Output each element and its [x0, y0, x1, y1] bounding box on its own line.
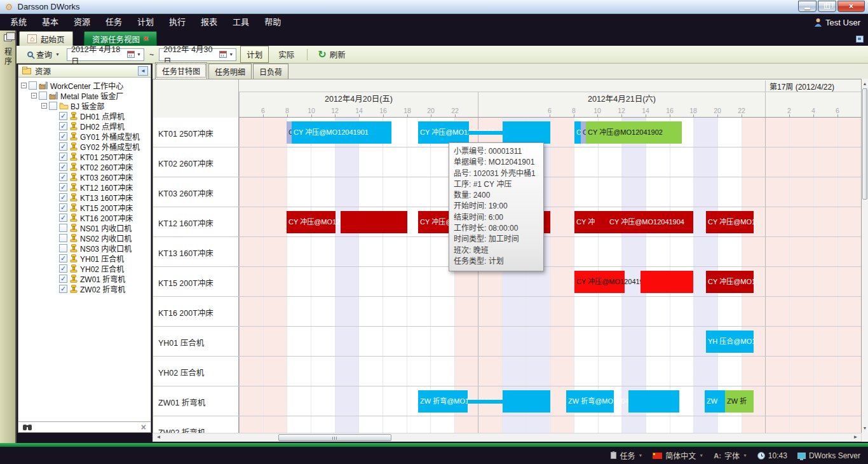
tree-item[interactable]: ✓DH02 点焊机 — [18, 121, 151, 131]
menu-item[interactable]: 基本 — [34, 14, 66, 31]
date-to-field[interactable]: 2012年 4月30日 ▼ — [159, 48, 236, 61]
tree-item[interactable]: ✓YH01 压合机 — [18, 253, 151, 263]
gantt-bar[interactable] — [503, 390, 550, 413]
collapsed-panel-strip[interactable]: 程序 — [0, 31, 17, 443]
status-item-server[interactable]: DWorks Server — [797, 451, 860, 460]
gantt-bar[interactable]: CY 冲压@MO12041904 — [287, 211, 336, 233]
find-icon[interactable] — [23, 425, 27, 430]
actual-toggle[interactable]: 实际 — [273, 46, 300, 62]
status-item-flag[interactable]: 简体中文▼ — [653, 450, 703, 461]
checkbox[interactable]: ✓ — [59, 193, 67, 201]
scroll-left-icon[interactable]: ◄ — [154, 433, 163, 441]
horizontal-scrollbar[interactable]: ◄ ► — [153, 433, 862, 442]
checkbox[interactable]: ✓ — [59, 203, 67, 212]
menu-item[interactable]: 帮助 — [257, 14, 288, 31]
gantt-bar[interactable]: CY 冲 — [574, 211, 607, 233]
close-button[interactable]: × — [837, 1, 865, 12]
tree-item[interactable]: NS01 内收口机 — [18, 222, 151, 233]
menu-item[interactable]: 执行 — [161, 14, 193, 31]
checkbox[interactable]: ✓ — [59, 183, 67, 191]
view-tab-0[interactable]: 任务甘特图 — [155, 62, 207, 79]
refresh-button[interactable]: ↻ 刷新 — [315, 46, 348, 62]
tab-home[interactable]: ⌂ 起始页 — [19, 31, 73, 46]
plan-toggle[interactable]: 计划 — [240, 46, 269, 63]
checkbox[interactable]: ✓ — [59, 132, 67, 140]
tree-item[interactable]: ✓ZW02 折弯机 — [18, 283, 151, 294]
gantt-bar[interactable]: YH 压合@MO1 — [706, 331, 754, 353]
tree-item[interactable]: −WorkCenter 工作中心 — [18, 80, 151, 90]
gantt-bar[interactable] — [468, 400, 503, 404]
gantt-bar[interactable] — [641, 271, 693, 293]
gantt-bar[interactable]: C — [287, 121, 292, 144]
gantt-bar[interactable]: C — [574, 121, 581, 144]
menu-item[interactable]: 任务 — [98, 14, 130, 31]
gantt-bar[interactable]: ZW 折弯@MO12041901 — [418, 390, 468, 413]
query-button[interactable]: 查询 ▼ — [24, 46, 63, 62]
restore-button[interactable] — [818, 1, 836, 12]
checkbox[interactable]: ✓ — [59, 112, 67, 120]
checkbox[interactable]: ✓ — [59, 254, 67, 263]
menu-item[interactable]: 资源 — [66, 14, 98, 31]
tree-item[interactable]: ✓GY02 外桶成型机 — [18, 141, 151, 151]
tree-item[interactable]: ✓KT03 260T冲床 — [18, 172, 151, 182]
scroll-down-icon[interactable]: ▼ — [862, 424, 868, 432]
checkbox[interactable] — [49, 102, 57, 110]
scroll-up-icon[interactable]: ▲ — [862, 79, 868, 88]
tree-item[interactable]: ✓KT12 160T冲床 — [18, 182, 151, 192]
gantt-bar[interactable]: ZW — [705, 390, 725, 413]
checkbox[interactable] — [29, 81, 37, 90]
window-list-icon[interactable] — [856, 36, 864, 43]
status-item-clock[interactable]: 10:43 — [757, 451, 787, 460]
gantt-bar[interactable] — [628, 390, 679, 413]
checkbox[interactable] — [39, 92, 47, 100]
tree-item[interactable]: ✓YH02 压合机 — [18, 263, 151, 273]
checkbox[interactable]: ✓ — [59, 214, 67, 222]
horizontal-scroll-thumb[interactable] — [278, 434, 391, 441]
gantt-bar[interactable]: CY 冲压@MO12041901 — [418, 121, 469, 144]
checkbox[interactable] — [59, 244, 67, 252]
checkbox[interactable] — [59, 224, 67, 232]
tree-item[interactable]: NS03 内收口机 — [18, 243, 151, 253]
tree-item[interactable]: ✓KT01 250T冲床 — [18, 151, 151, 161]
gantt-bar[interactable] — [469, 131, 503, 135]
menu-item[interactable]: 计划 — [130, 14, 161, 31]
checkbox[interactable]: ✓ — [59, 285, 67, 293]
checkbox[interactable]: ✓ — [59, 264, 67, 273]
gantt-bar[interactable]: CY 冲压@MO12041903 — [574, 271, 625, 293]
checkbox[interactable]: ✓ — [59, 122, 67, 130]
minimize-button[interactable] — [798, 1, 817, 12]
gantt-bar[interactable]: ZW 折弯@MO12041901 — [566, 390, 614, 413]
tree-expander-icon[interactable]: − — [21, 83, 27, 88]
user-indicator[interactable]: Test User — [814, 14, 860, 31]
tree-item[interactable]: −BJ 钣金部 — [18, 100, 151, 111]
checkbox[interactable]: ✓ — [59, 142, 67, 151]
tab-close-icon[interactable]: × — [144, 35, 149, 43]
tree-item[interactable]: ✓DH01 点焊机 — [18, 111, 151, 121]
tree-item[interactable]: ✓KT02 260T冲床 — [18, 161, 151, 172]
tree-item[interactable]: ✓KT15 200T冲床 — [18, 202, 151, 212]
checkbox[interactable]: ✓ — [59, 275, 67, 283]
gantt-bar[interactable]: CY 冲压@MO12041902 — [586, 121, 682, 144]
scroll-right-icon[interactable]: ► — [851, 433, 860, 441]
gantt-bar[interactable]: ZW 折 — [725, 390, 754, 413]
checkbox[interactable]: ✓ — [59, 163, 67, 171]
tree-expander-icon[interactable]: − — [31, 93, 37, 99]
gantt-bar[interactable] — [503, 121, 550, 144]
vertical-scrollbar[interactable]: ▲ ▼ — [862, 79, 868, 442]
checkbox[interactable] — [59, 234, 67, 242]
checkbox[interactable]: ✓ — [59, 153, 67, 161]
gantt-bar[interactable]: CY 冲压@MO1 — [706, 271, 754, 293]
date-from-field[interactable]: 2012年 4月18日 ▼ — [67, 48, 144, 61]
tree-item[interactable]: ✓GY01 外桶成型机 — [18, 131, 151, 141]
view-tab-1[interactable]: 任务明细 — [208, 64, 252, 79]
gantt-bar[interactable]: C — [581, 121, 586, 144]
tree-item[interactable]: ✓ZW01 折弯机 — [18, 273, 151, 283]
tree-item[interactable]: ✓KT16 200T冲床 — [18, 212, 151, 222]
collapse-panel-button[interactable]: ◄ — [138, 66, 148, 76]
checkbox[interactable]: ✓ — [59, 173, 67, 181]
view-tab-2[interactable]: 日负荷 — [253, 64, 288, 79]
gantt-bar[interactable]: CY 冲压@MO12041904 — [607, 211, 693, 233]
status-item-fontA[interactable]: A:字体▼ — [714, 450, 747, 461]
menu-item[interactable]: 系统 — [3, 14, 34, 31]
gantt-bar[interactable]: CY 冲压@MO1 — [706, 211, 754, 233]
